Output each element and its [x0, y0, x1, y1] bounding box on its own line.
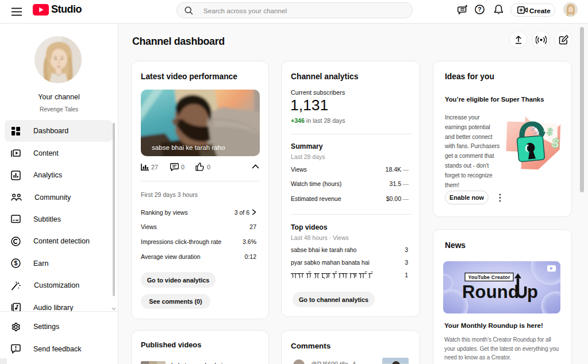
svg-text:YouTube Creator: YouTube Creator [468, 274, 510, 280]
svg-text:?: ? [478, 6, 481, 13]
svg-text:Round: Round [462, 282, 519, 302]
svg-text:sabse bhai ke tarah raho: sabse bhai ke tarah raho [152, 144, 225, 151]
svg-text:p: p [527, 282, 538, 302]
svg-text:$: $ [14, 260, 18, 267]
